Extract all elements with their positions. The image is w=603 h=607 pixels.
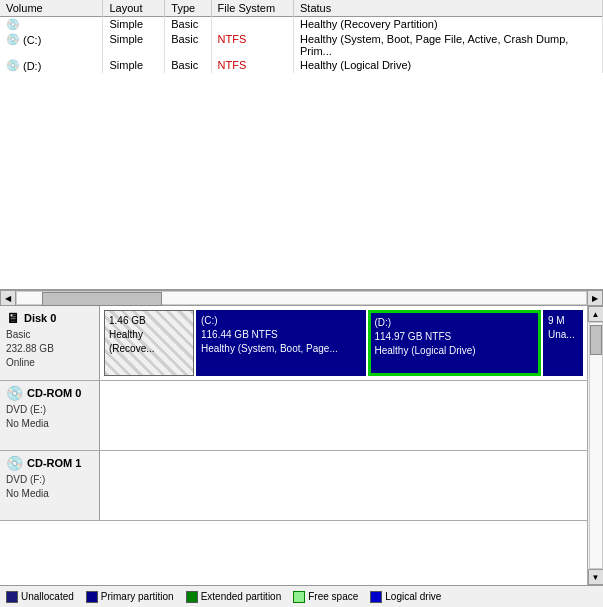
legend-label-freespace: Free space — [308, 591, 358, 602]
partition-label: Healthy (System, Boot, Page... — [201, 342, 361, 356]
cell-volume: 💿 (D:) — [0, 58, 103, 73]
cdrom-icon: 💿 — [6, 455, 23, 471]
cdrom-label-0: 💿 CD-ROM 0 DVD (E:) No Media — [0, 381, 100, 450]
cdrom-icon: 💿 — [6, 385, 23, 401]
partition-drive: (C:) — [201, 314, 361, 328]
cell-type: Basic — [165, 32, 211, 58]
partition-c[interactable]: (C:) 116.44 GB NTFS Healthy (System, Boo… — [196, 310, 366, 376]
partition-size: 9 M — [548, 314, 578, 328]
cdrom-icon-group-1: 💿 CD-ROM 1 — [6, 455, 93, 471]
cell-status: Healthy (Logical Drive) — [294, 58, 603, 73]
disk-size: 232.88 GB — [6, 342, 93, 356]
legend-label-logical: Logical drive — [385, 591, 441, 602]
legend-swatch-extended — [186, 591, 198, 603]
cdrom-content-1 — [100, 451, 587, 520]
partition-small[interactable]: 9 M Una... — [543, 310, 583, 376]
cdrom-row-0: 💿 CD-ROM 0 DVD (E:) No Media — [0, 381, 587, 451]
disk-label-disk0: 🖥 Disk 0 Basic 232.88 GB Online — [0, 306, 100, 380]
cell-fs — [211, 17, 293, 33]
disk-rows: 🖥 Disk 0 Basic 232.88 GB Online 1.46 GB … — [0, 306, 587, 585]
cdrom-content-0 — [100, 381, 587, 450]
cell-fs: NTFS — [211, 32, 293, 58]
cdrom-label-1: 💿 CD-ROM 1 DVD (F:) No Media — [0, 451, 100, 520]
partition-label: Healthy (Recove... — [109, 328, 189, 356]
legend-swatch-freespace — [293, 591, 305, 603]
partition-drive: (D:) — [375, 316, 535, 330]
disk-view-with-scrollbar: 🖥 Disk 0 Basic 232.88 GB Online 1.46 GB … — [0, 306, 603, 585]
cdrom-icon-group-0: 💿 CD-ROM 0 — [6, 385, 93, 401]
drive-icon: 💿 — [6, 18, 20, 31]
cdrom-row-1: 💿 CD-ROM 1 DVD (F:) No Media — [0, 451, 587, 521]
partition-label: Una... — [548, 328, 578, 342]
partition-size: 1.46 GB — [109, 314, 189, 328]
col-header-layout: Layout — [103, 0, 165, 17]
legend-primary: Primary partition — [86, 591, 174, 603]
vscroll-track[interactable] — [589, 322, 603, 569]
cell-status: Healthy (System, Boot, Page File, Active… — [294, 32, 603, 58]
disk-type: Basic — [6, 328, 93, 342]
legend-swatch-primary — [86, 591, 98, 603]
legend-label-primary: Primary partition — [101, 591, 174, 602]
disk-table-panel: Volume Layout Type File System Status 💿 … — [0, 0, 603, 290]
legend-bar: Unallocated Primary partition Extended p… — [0, 585, 603, 607]
cdrom-status: No Media — [6, 487, 93, 501]
cell-layout: Simple — [103, 17, 165, 33]
cell-layout: Simple — [103, 32, 165, 58]
graphical-disk-panel: 🖥 Disk 0 Basic 232.88 GB Online 1.46 GB … — [0, 306, 603, 607]
legend-unallocated: Unallocated — [6, 591, 74, 603]
scroll-right-button[interactable]: ▶ — [587, 290, 603, 306]
table-row[interactable]: 💿 Simple Basic Healthy (Recovery Partiti… — [0, 17, 603, 33]
scroll-up-button[interactable]: ▲ — [588, 306, 604, 322]
col-header-status: Status — [294, 0, 603, 17]
cell-type: Basic — [165, 58, 211, 73]
partition-size2: 114.97 GB NTFS — [375, 330, 535, 344]
legend-swatch-unallocated — [6, 591, 18, 603]
partition-recovery[interactable]: 1.46 GB Healthy (Recove... — [104, 310, 194, 376]
col-header-filesystem: File System — [211, 0, 293, 17]
col-header-volume: Volume — [0, 0, 103, 17]
legend-logical: Logical drive — [370, 591, 441, 603]
scroll-left-button[interactable]: ◀ — [0, 290, 16, 306]
horizontal-scrollbar[interactable]: ◀ ▶ — [0, 290, 603, 306]
legend-swatch-logical — [370, 591, 382, 603]
cdrom-name: CD-ROM 0 — [27, 387, 81, 399]
col-header-type: Type — [165, 0, 211, 17]
scroll-thumb[interactable] — [42, 292, 162, 306]
disk-name: Disk 0 — [24, 312, 56, 324]
cell-layout: Simple — [103, 58, 165, 73]
cdrom-drive: DVD (E:) — [6, 403, 93, 417]
cdrom-name: CD-ROM 1 — [27, 457, 81, 469]
disk-icon-group: 🖥 Disk 0 — [6, 310, 93, 326]
partition-d[interactable]: (D:) 114.97 GB NTFS Healthy (Logical Dri… — [368, 310, 542, 376]
cdrom-status: No Media — [6, 417, 93, 431]
disk-row-disk0: 🖥 Disk 0 Basic 232.88 GB Online 1.46 GB … — [0, 306, 587, 381]
cell-status: Healthy (Recovery Partition) — [294, 17, 603, 33]
legend-label-unallocated: Unallocated — [21, 591, 74, 602]
cell-type: Basic — [165, 17, 211, 33]
hdd-icon: 🖥 — [6, 310, 20, 326]
vscroll-thumb[interactable] — [590, 325, 602, 355]
scroll-track[interactable] — [16, 291, 587, 305]
disk0-partitions: 1.46 GB Healthy (Recove... (C:) 116.44 G… — [100, 306, 587, 380]
drive-icon: 💿 — [6, 59, 20, 72]
cdrom-drive: DVD (F:) — [6, 473, 93, 487]
legend-freespace: Free space — [293, 591, 358, 603]
table-row[interactable]: 💿 (D:) Simple Basic NTFS Healthy (Logica… — [0, 58, 603, 73]
cell-volume: 💿 — [0, 17, 103, 33]
volume-table: Volume Layout Type File System Status 💿 … — [0, 0, 603, 73]
legend-label-extended: Extended partition — [201, 591, 282, 602]
partition-label: Healthy (Logical Drive) — [375, 344, 535, 358]
cell-fs: NTFS — [211, 58, 293, 73]
disk-status: Online — [6, 356, 93, 370]
legend-extended: Extended partition — [186, 591, 282, 603]
vertical-scrollbar[interactable]: ▲ ▼ — [587, 306, 603, 585]
scroll-down-button[interactable]: ▼ — [588, 569, 604, 585]
partition-size2: 116.44 GB NTFS — [201, 328, 361, 342]
table-row[interactable]: 💿 (C:) Simple Basic NTFS Healthy (System… — [0, 32, 603, 58]
drive-icon: 💿 — [6, 33, 20, 46]
cell-volume: 💿 (C:) — [0, 32, 103, 58]
